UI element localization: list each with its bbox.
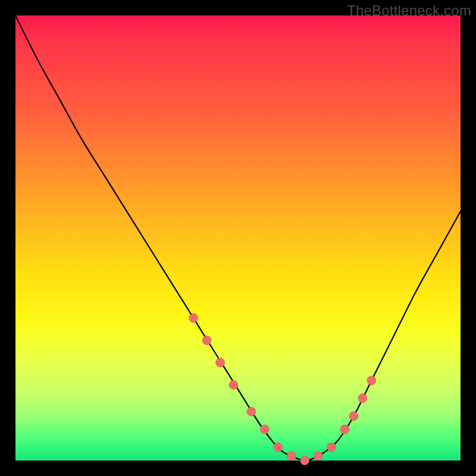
curve-svg xyxy=(15,15,461,461)
marker-dot xyxy=(287,452,296,461)
marker-dot xyxy=(202,336,211,345)
marker-dot xyxy=(189,314,198,322)
marker-dot xyxy=(274,443,283,452)
marker-dot xyxy=(260,425,269,434)
marker-dot xyxy=(229,380,238,389)
marker-dot xyxy=(349,412,358,421)
marker-dot xyxy=(358,394,367,403)
plot-area xyxy=(15,15,461,461)
bottleneck-curve xyxy=(15,15,461,461)
marker-dot xyxy=(216,358,225,367)
marker-dot xyxy=(327,443,336,452)
marker-dot xyxy=(314,452,322,461)
highlight-markers xyxy=(189,314,376,465)
marker-dot xyxy=(300,456,309,465)
marker-dot xyxy=(247,407,256,416)
marker-dot xyxy=(340,425,349,434)
marker-dot xyxy=(367,376,376,385)
chart-frame: TheBottleneck.com xyxy=(0,0,476,476)
